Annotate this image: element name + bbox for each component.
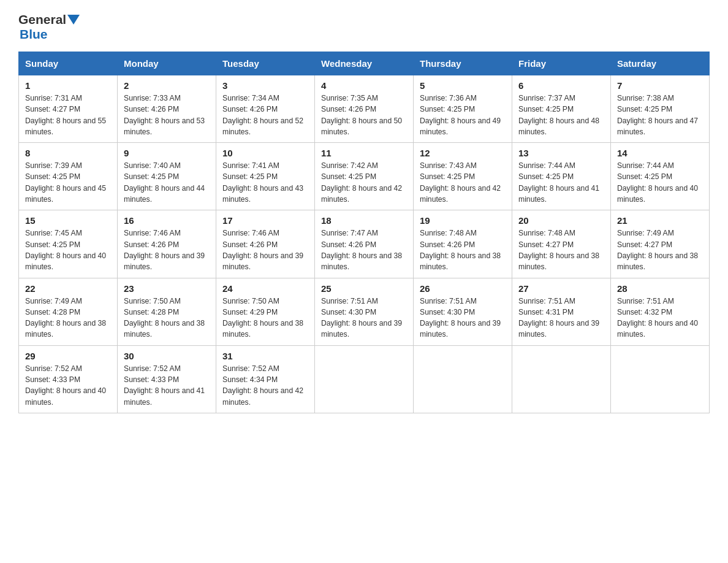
- day-number: 6: [518, 80, 604, 91]
- day-number: 30: [124, 351, 210, 361]
- calendar-day-cell: 12 Sunrise: 7:43 AMSunset: 4:25 PMDaylig…: [414, 143, 512, 210]
- weekday-header-tuesday: Tuesday: [216, 52, 315, 75]
- calendar-day-cell: [611, 345, 710, 413]
- day-number: 8: [25, 148, 111, 158]
- day-number: 14: [617, 148, 703, 158]
- day-number: 20: [518, 215, 604, 226]
- day-info: Sunrise: 7:31 AMSunset: 4:27 PMDaylight:…: [25, 94, 106, 136]
- day-info: Sunrise: 7:52 AMSunset: 4:33 PMDaylight:…: [124, 364, 205, 407]
- day-number: 9: [124, 148, 210, 158]
- day-info: Sunrise: 7:46 AMSunset: 4:26 PMDaylight:…: [222, 229, 303, 271]
- day-number: 23: [124, 283, 210, 294]
- calendar-day-cell: 29 Sunrise: 7:52 AMSunset: 4:33 PMDaylig…: [19, 345, 118, 413]
- calendar-day-cell: [414, 345, 512, 413]
- calendar-day-cell: 9 Sunrise: 7:40 AMSunset: 4:25 PMDayligh…: [118, 143, 216, 210]
- day-info: Sunrise: 7:48 AMSunset: 4:26 PMDaylight:…: [420, 229, 501, 271]
- calendar-day-cell: 22 Sunrise: 7:49 AMSunset: 4:28 PMDaylig…: [19, 278, 118, 345]
- calendar-week-row: 8 Sunrise: 7:39 AMSunset: 4:25 PMDayligh…: [19, 143, 710, 210]
- calendar-day-cell: 4 Sunrise: 7:35 AMSunset: 4:26 PMDayligh…: [315, 75, 414, 143]
- day-info: Sunrise: 7:52 AMSunset: 4:33 PMDaylight:…: [25, 364, 106, 407]
- day-number: 13: [518, 148, 604, 158]
- day-number: 1: [25, 80, 111, 91]
- day-info: Sunrise: 7:38 AMSunset: 4:25 PMDaylight:…: [617, 94, 698, 136]
- calendar-day-cell: 11 Sunrise: 7:42 AMSunset: 4:25 PMDaylig…: [315, 143, 414, 210]
- day-info: Sunrise: 7:44 AMSunset: 4:25 PMDaylight:…: [617, 161, 698, 204]
- logo-general-text: General: [18, 12, 66, 27]
- calendar-day-cell: 15 Sunrise: 7:45 AMSunset: 4:25 PMDaylig…: [19, 210, 118, 278]
- page-header: GeneralBlue: [18, 12, 710, 42]
- calendar-day-cell: [315, 345, 414, 413]
- day-number: 28: [617, 283, 703, 294]
- day-number: 16: [124, 215, 210, 226]
- weekday-header-sunday: Sunday: [19, 52, 118, 75]
- day-info: Sunrise: 7:45 AMSunset: 4:25 PMDaylight:…: [25, 229, 106, 271]
- day-info: Sunrise: 7:33 AMSunset: 4:26 PMDaylight:…: [124, 94, 205, 136]
- day-info: Sunrise: 7:49 AMSunset: 4:27 PMDaylight:…: [617, 229, 698, 271]
- calendar-day-cell: 18 Sunrise: 7:47 AMSunset: 4:26 PMDaylig…: [315, 210, 414, 278]
- calendar-day-cell: 14 Sunrise: 7:44 AMSunset: 4:25 PMDaylig…: [611, 143, 710, 210]
- day-info: Sunrise: 7:42 AMSunset: 4:25 PMDaylight:…: [321, 161, 402, 204]
- day-number: 31: [222, 351, 308, 361]
- calendar-day-cell: 26 Sunrise: 7:51 AMSunset: 4:30 PMDaylig…: [414, 278, 512, 345]
- calendar-day-cell: 31 Sunrise: 7:52 AMSunset: 4:34 PMDaylig…: [216, 345, 315, 413]
- day-number: 29: [25, 351, 111, 361]
- calendar-day-cell: [512, 345, 611, 413]
- calendar-week-row: 15 Sunrise: 7:45 AMSunset: 4:25 PMDaylig…: [19, 210, 710, 278]
- calendar-day-cell: 17 Sunrise: 7:46 AMSunset: 4:26 PMDaylig…: [216, 210, 315, 278]
- calendar-day-cell: 1 Sunrise: 7:31 AMSunset: 4:27 PMDayligh…: [19, 75, 118, 143]
- weekday-header-wednesday: Wednesday: [315, 52, 414, 75]
- day-number: 2: [124, 80, 210, 91]
- calendar-week-row: 1 Sunrise: 7:31 AMSunset: 4:27 PMDayligh…: [19, 75, 710, 143]
- calendar-body: 1 Sunrise: 7:31 AMSunset: 4:27 PMDayligh…: [19, 75, 710, 413]
- logo: GeneralBlue: [18, 12, 80, 42]
- day-info: Sunrise: 7:51 AMSunset: 4:32 PMDaylight:…: [617, 297, 698, 339]
- day-number: 22: [25, 283, 111, 294]
- calendar-week-row: 29 Sunrise: 7:52 AMSunset: 4:33 PMDaylig…: [19, 345, 710, 413]
- calendar-day-cell: 13 Sunrise: 7:44 AMSunset: 4:25 PMDaylig…: [512, 143, 611, 210]
- weekday-header-monday: Monday: [118, 52, 216, 75]
- calendar-day-cell: 10 Sunrise: 7:41 AMSunset: 4:25 PMDaylig…: [216, 143, 315, 210]
- day-number: 17: [222, 215, 308, 226]
- calendar-table: SundayMondayTuesdayWednesdayThursdayFrid…: [18, 52, 710, 413]
- calendar-day-cell: 23 Sunrise: 7:50 AMSunset: 4:28 PMDaylig…: [118, 278, 216, 345]
- day-info: Sunrise: 7:36 AMSunset: 4:25 PMDaylight:…: [420, 94, 501, 136]
- calendar-day-cell: 30 Sunrise: 7:52 AMSunset: 4:33 PMDaylig…: [118, 345, 216, 413]
- day-info: Sunrise: 7:49 AMSunset: 4:28 PMDaylight:…: [25, 297, 106, 339]
- day-info: Sunrise: 7:41 AMSunset: 4:25 PMDaylight:…: [222, 161, 303, 204]
- day-info: Sunrise: 7:47 AMSunset: 4:26 PMDaylight:…: [321, 229, 402, 271]
- weekday-header-saturday: Saturday: [611, 52, 710, 75]
- day-number: 26: [420, 283, 506, 294]
- calendar-day-cell: 8 Sunrise: 7:39 AMSunset: 4:25 PMDayligh…: [19, 143, 118, 210]
- calendar-day-cell: 5 Sunrise: 7:36 AMSunset: 4:25 PMDayligh…: [414, 75, 512, 143]
- day-number: 3: [222, 80, 308, 91]
- calendar-day-cell: 16 Sunrise: 7:46 AMSunset: 4:26 PMDaylig…: [118, 210, 216, 278]
- weekday-header-thursday: Thursday: [414, 52, 512, 75]
- day-number: 12: [420, 148, 506, 158]
- logo-blue-text: Blue: [20, 27, 48, 42]
- day-number: 27: [518, 283, 604, 294]
- calendar-day-cell: 20 Sunrise: 7:48 AMSunset: 4:27 PMDaylig…: [512, 210, 611, 278]
- calendar-day-cell: 24 Sunrise: 7:50 AMSunset: 4:29 PMDaylig…: [216, 278, 315, 345]
- calendar-day-cell: 6 Sunrise: 7:37 AMSunset: 4:25 PMDayligh…: [512, 75, 611, 143]
- day-info: Sunrise: 7:48 AMSunset: 4:27 PMDaylight:…: [518, 229, 599, 271]
- day-info: Sunrise: 7:44 AMSunset: 4:25 PMDaylight:…: [518, 161, 599, 204]
- svg-marker-0: [67, 15, 80, 25]
- day-number: 21: [617, 215, 703, 226]
- day-info: Sunrise: 7:50 AMSunset: 4:28 PMDaylight:…: [124, 297, 205, 339]
- day-info: Sunrise: 7:51 AMSunset: 4:30 PMDaylight:…: [420, 297, 501, 339]
- calendar-day-cell: 19 Sunrise: 7:48 AMSunset: 4:26 PMDaylig…: [414, 210, 512, 278]
- logo-general-line: General: [18, 12, 80, 27]
- day-number: 11: [321, 148, 407, 158]
- day-number: 25: [321, 283, 407, 294]
- calendar-day-cell: 28 Sunrise: 7:51 AMSunset: 4:32 PMDaylig…: [611, 278, 710, 345]
- calendar-header: SundayMondayTuesdayWednesdayThursdayFrid…: [19, 52, 710, 75]
- day-info: Sunrise: 7:52 AMSunset: 4:34 PMDaylight:…: [222, 364, 303, 407]
- day-info: Sunrise: 7:43 AMSunset: 4:25 PMDaylight:…: [420, 161, 501, 204]
- logo-triangle-icon: [67, 13, 80, 26]
- calendar-day-cell: 3 Sunrise: 7:34 AMSunset: 4:26 PMDayligh…: [216, 75, 315, 143]
- calendar-week-row: 22 Sunrise: 7:49 AMSunset: 4:28 PMDaylig…: [19, 278, 710, 345]
- day-number: 19: [420, 215, 506, 226]
- day-number: 5: [420, 80, 506, 91]
- day-info: Sunrise: 7:34 AMSunset: 4:26 PMDaylight:…: [222, 94, 303, 136]
- calendar-day-cell: 21 Sunrise: 7:49 AMSunset: 4:27 PMDaylig…: [611, 210, 710, 278]
